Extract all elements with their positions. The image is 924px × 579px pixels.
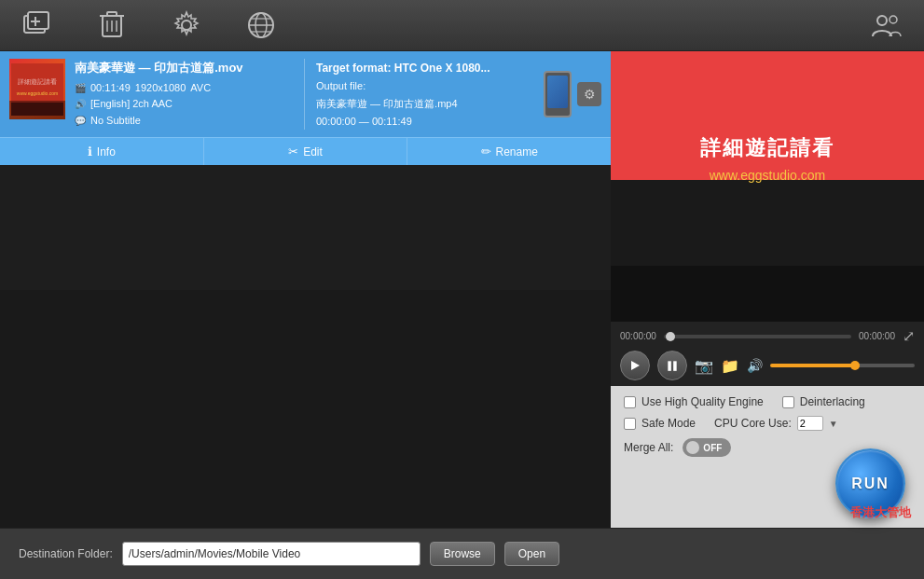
- file-meta-audio: 🔊 [English] 2ch AAC: [75, 96, 293, 113]
- empty-area: [0, 290, 611, 529]
- safe-mode-label: Safe Mode: [641, 417, 696, 430]
- settings-row-2: Safe Mode CPU Core Use: ▼: [624, 416, 911, 431]
- tab-rename[interactable]: ✏ Rename: [407, 138, 611, 165]
- settings-row-1: Use High Quality Engine Deinterlacing: [624, 395, 911, 408]
- file-list: 詳細遊記請看 www.eggstudio.com 南美豪華遊 — 印加古道篇.m…: [0, 51, 611, 290]
- destination-input[interactable]: [122, 542, 421, 566]
- expand-icon[interactable]: ⤢: [903, 327, 915, 345]
- folder-icon[interactable]: 📁: [721, 357, 739, 375]
- deinterlacing-label: Deinterlacing: [800, 395, 865, 408]
- cpu-value-input[interactable]: [797, 416, 823, 431]
- tab-info-label: Info: [97, 145, 116, 159]
- player-timeline: 00:00:00 00:00:00 ⤢: [620, 327, 915, 345]
- main-area: 詳細遊記請看 www.eggstudio.com 南美豪華遊 — 印加古道篇.m…: [0, 51, 924, 528]
- file-target: Target format: HTC One X 1080... Output …: [316, 59, 534, 130]
- svg-rect-21: [11, 103, 63, 116]
- file-name: 南美豪華遊 — 印加古道篇.mov: [75, 59, 293, 78]
- toolbar: [0, 0, 924, 51]
- audio-icon: 🔊: [75, 97, 86, 112]
- file-subtitle: No Subtitle: [90, 113, 141, 130]
- output-file: 南美豪華遊 — 印加古道篇.mp4: [316, 95, 534, 113]
- tab-info[interactable]: ℹ Info: [0, 138, 204, 165]
- pause-button[interactable]: [657, 351, 687, 380]
- time-start: 00:00:00: [620, 331, 656, 341]
- deinterlacing-checkbox[interactable]: [782, 396, 794, 408]
- target-format: Target format: HTC One X 1080...: [316, 59, 534, 77]
- file-divider: [304, 59, 305, 130]
- cpu-core-option: CPU Core Use: ▼: [714, 416, 838, 431]
- edit-icon: ✂: [288, 145, 298, 159]
- destination-label: Destination Folder:: [19, 547, 113, 560]
- toggle-knob: [686, 441, 699, 454]
- svg-rect-6: [107, 12, 117, 16]
- bottom-bar: Destination Folder: Browse Open: [0, 528, 924, 579]
- add-button[interactable]: [19, 7, 56, 44]
- toggle-text: OFF: [703, 443, 722, 453]
- rename-icon: ✏: [481, 145, 491, 159]
- file-codec: AVC: [190, 80, 211, 97]
- svg-text:詳細遊記請看: 詳細遊記請看: [18, 78, 57, 85]
- cpu-label: CPU Core Use:: [714, 417, 792, 430]
- time-range: 00:00:00 — 00:11:49: [316, 113, 534, 131]
- high-quality-label: Use High Quality Engine: [641, 395, 764, 408]
- file-item[interactable]: 詳細遊記請看 www.eggstudio.com 南美豪華遊 — 印加古道篇.m…: [0, 51, 611, 137]
- svg-rect-24: [673, 361, 677, 371]
- video-preview: 詳細遊記請看 www.eggstudio.com: [611, 51, 924, 322]
- open-button[interactable]: Open: [504, 542, 559, 566]
- safe-mode-option[interactable]: Safe Mode: [624, 417, 696, 430]
- svg-text:www.eggstudio.com: www.eggstudio.com: [17, 90, 58, 96]
- high-quality-option[interactable]: Use High Quality Engine: [624, 395, 764, 408]
- browse-button[interactable]: Browse: [430, 542, 495, 566]
- file-thumbnail: 詳細遊記請看 www.eggstudio.com: [9, 59, 65, 119]
- info-icon: ℹ: [88, 145, 92, 159]
- file-info: 南美豪華遊 — 印加古道篇.mov 🎬 00:11:49 1920x1080 A…: [75, 59, 293, 130]
- settings-button[interactable]: [168, 7, 205, 44]
- preview-sub-text: www.eggstudio.com: [710, 168, 826, 183]
- player-buttons: 📷 📁 🔊: [620, 351, 915, 380]
- watermark: 香港大管地: [850, 504, 911, 521]
- file-audio: [English] 2ch AAC: [90, 96, 172, 113]
- cpu-dropdown-icon[interactable]: ▼: [829, 419, 838, 429]
- time-end: 00:00:00: [859, 331, 895, 341]
- tab-edit[interactable]: ✂ Edit: [204, 138, 408, 165]
- file-duration: 00:11:49: [90, 80, 131, 97]
- output-label: Output file:: [316, 77, 534, 95]
- volume-icon[interactable]: 🔊: [747, 358, 763, 373]
- high-quality-checkbox[interactable]: [624, 396, 636, 408]
- left-panel: 詳細遊記請看 www.eggstudio.com 南美豪華遊 — 印加古道篇.m…: [0, 51, 611, 528]
- camera-icon[interactable]: 📷: [695, 357, 713, 375]
- globe-button[interactable]: [242, 7, 280, 44]
- file-resolution: 1920x1080: [135, 80, 186, 97]
- delete-button[interactable]: [93, 7, 131, 44]
- timeline-bar[interactable]: [664, 335, 851, 338]
- play-button[interactable]: [620, 351, 650, 380]
- svg-rect-18: [11, 63, 63, 116]
- player-controls: 00:00:00 00:00:00 ⤢ 📷 📁: [611, 322, 924, 386]
- subtitle-icon: 💬: [75, 114, 86, 129]
- deinterlacing-option[interactable]: Deinterlacing: [782, 395, 865, 408]
- volume-dot[interactable]: [850, 361, 860, 370]
- svg-rect-23: [668, 361, 671, 371]
- file-meta-video: 🎬 00:11:49 1920x1080 AVC: [75, 80, 293, 97]
- preview-bottom-bar: [611, 266, 924, 322]
- tab-edit-label: Edit: [303, 145, 323, 159]
- device-icons: ⚙: [544, 59, 601, 130]
- users-button[interactable]: [868, 7, 905, 44]
- video-icon: 🎬: [75, 81, 86, 96]
- merge-toggle[interactable]: OFF: [683, 438, 731, 457]
- file-meta-subtitle: 💬 No Subtitle: [75, 113, 293, 130]
- svg-point-16: [877, 16, 887, 25]
- preview-main-text: 詳細遊記請看: [700, 134, 834, 162]
- tab-rename-label: Rename: [496, 145, 538, 159]
- safe-mode-checkbox[interactable]: [624, 418, 636, 430]
- merge-label: Merge All:: [624, 441, 673, 454]
- run-label: RUN: [851, 476, 890, 492]
- svg-point-10: [182, 21, 191, 30]
- phone-icon: [544, 71, 572, 117]
- timeline-dot[interactable]: [666, 332, 675, 341]
- svg-marker-22: [631, 361, 640, 370]
- svg-point-17: [890, 16, 897, 23]
- volume-slider[interactable]: [770, 364, 915, 367]
- right-panel: 詳細遊記請看 www.eggstudio.com 00:00:00 00:00:…: [611, 51, 924, 528]
- preview-content: 詳細遊記請看 www.eggstudio.com: [611, 51, 924, 266]
